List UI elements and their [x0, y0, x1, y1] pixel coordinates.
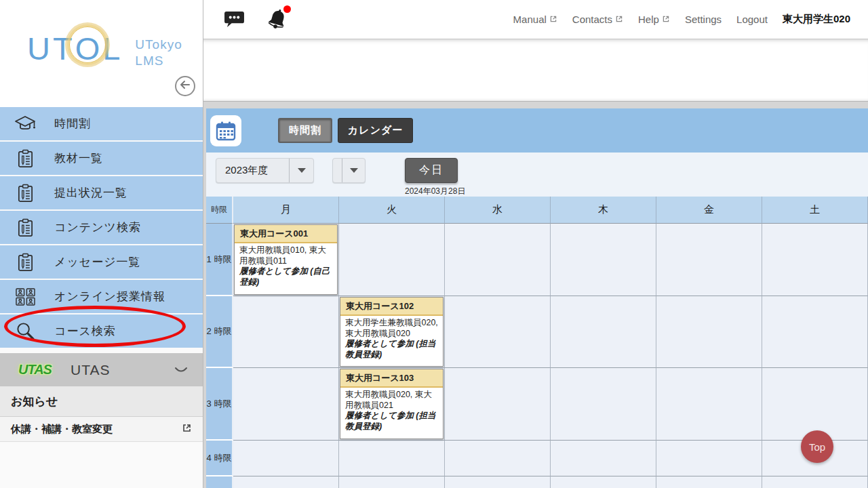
- day-header-tue: 火: [339, 197, 445, 224]
- cell-thu-3: [551, 368, 656, 441]
- day-header-sat: 土: [762, 197, 868, 224]
- cell-sat-2: [762, 296, 868, 368]
- day-header-thu: 木: [551, 197, 656, 224]
- banner-panel: [203, 39, 868, 102]
- sidebar-item-messages[interactable]: メッセージ一覧: [0, 245, 203, 279]
- course-body: 東大用学生兼教職員020, 東大用教職員020 履修者として参加 (担当教員登録…: [340, 316, 443, 363]
- timetable-grid: 時限 月 火 水 木 金 土 1 時限 東大用コース001 東大用教: [206, 197, 868, 488]
- messages-icon[interactable]: [224, 10, 245, 28]
- topbar-links: Manual Contacts Help Settings Logout 東大用…: [513, 13, 868, 26]
- user-name: 東大用学生020: [783, 13, 850, 26]
- course-instructors: 東大用教職員010, 東大用教職員011: [239, 245, 326, 266]
- news-section-header: お知らせ: [0, 386, 203, 417]
- course-card[interactable]: 東大用コース001 東大用教職員010, 東大用教職員011 履修者として参加 …: [234, 224, 338, 295]
- utas-label: UTAS: [71, 362, 110, 378]
- topbar: Manual Contacts Help Settings Logout 東大用…: [203, 0, 868, 39]
- cell-mon-2: [233, 296, 339, 368]
- filter-toolbar: 2023年度 今日 2024年03月28日: [206, 152, 868, 197]
- sidebar-item-content-search[interactable]: コンテンツ検索: [0, 211, 203, 244]
- tab-calendar[interactable]: カレンダー: [338, 118, 413, 143]
- corner-header: 時限: [206, 197, 233, 224]
- external-link-icon: [615, 14, 623, 25]
- utol-logo: UTOL UTokyoLMS: [27, 33, 182, 69]
- current-date: 2024年03月28日: [405, 186, 465, 197]
- sidebar-nav: 時間割 教材一覧 提出状況一覧 コンテンツ検索: [0, 107, 203, 348]
- period-row-3: 3 時限 東大用コース103 東大用教職員020, 東大用教職員021 履修者と…: [206, 368, 868, 441]
- cell-tue-2: 東大用コース102 東大用学生兼教職員020, 東大用教職員020 履修者として…: [339, 296, 445, 368]
- scroll-to-top-button[interactable]: Top: [801, 430, 833, 463]
- calendar-icon[interactable]: [210, 115, 241, 146]
- tab-timetable[interactable]: 時間割: [278, 118, 332, 143]
- cell-wed-2: [445, 296, 551, 368]
- cell-wed-4: [445, 441, 551, 476]
- period-label: 1 時限: [206, 224, 233, 296]
- sidebar-collapse-button[interactable]: [175, 76, 195, 96]
- graduation-cap-icon: [14, 115, 37, 133]
- news-link-class-changes[interactable]: 休講・補講・教室変更: [0, 417, 203, 442]
- sidebar-item-timetable[interactable]: 時間割: [0, 107, 203, 140]
- cell-tue-4: [339, 441, 445, 476]
- timetable-section: 時間割 カレンダー 2023年度 今日 2024年03月28日 時限: [203, 102, 868, 488]
- clipboard-icon: [14, 184, 37, 203]
- link-contacts[interactable]: Contacts: [572, 14, 623, 25]
- utas-logo: UTAS: [18, 362, 52, 378]
- sidebar-item-course-search[interactable]: コース検索: [0, 314, 203, 348]
- course-title[interactable]: 東大用コース001: [235, 225, 337, 243]
- sidebar-item-materials[interactable]: 教材一覧: [0, 142, 203, 175]
- cell-wed-5: [445, 476, 551, 488]
- clipboard-icon: [14, 218, 37, 237]
- link-manual[interactable]: Manual: [513, 14, 557, 25]
- sidebar-item-utas[interactable]: UTAS UTAS: [0, 353, 203, 386]
- course-participation: 履修者として参加 (自己登録): [239, 266, 332, 287]
- chevron-down-icon: [342, 159, 365, 182]
- cell-fri-4: [656, 441, 762, 476]
- cell-mon-4: [233, 441, 339, 476]
- course-body: 東大用教職員010, 東大用教職員011 履修者として参加 (自己登録): [235, 243, 337, 290]
- year-dropdown[interactable]: 2023年度: [216, 158, 314, 183]
- course-body: 東大用教職員020, 東大用教職員021 履修者として参加 (担当教員登録): [340, 388, 443, 434]
- today-button[interactable]: 今日: [405, 158, 458, 183]
- link-help[interactable]: Help: [638, 14, 670, 25]
- topbar-icons: [203, 7, 290, 32]
- chevron-down-icon: [289, 159, 313, 182]
- term-dropdown[interactable]: [332, 158, 366, 183]
- logo-part-ut: UT: [27, 30, 75, 66]
- cell-fri-5: [656, 476, 762, 488]
- cell-tue-3: 東大用コース103 東大用教職員020, 東大用教職員021 履修者として参加 …: [339, 368, 445, 441]
- clipboard-icon: [14, 253, 37, 272]
- chevron-down-icon: [174, 364, 188, 376]
- logo-part-l: L: [102, 30, 123, 66]
- link-logout[interactable]: Logout: [736, 14, 768, 25]
- link-settings[interactable]: Settings: [685, 14, 722, 25]
- course-participation: 履修者として参加 (担当教員登録): [345, 339, 438, 360]
- sidebar: UTOL UTokyoLMS 時間割 教材一覧: [0, 0, 203, 488]
- period-row-1: 1 時限 東大用コース001 東大用教職員010, 東大用教職員011 履修者と…: [206, 224, 868, 296]
- period-row-4: 4 時限: [206, 441, 868, 476]
- course-title[interactable]: 東大用コース103: [340, 369, 443, 388]
- sidebar-item-submissions[interactable]: 提出状況一覧: [0, 176, 203, 209]
- video-grid-icon: [14, 287, 37, 306]
- course-card[interactable]: 東大用コース102 東大用学生兼教職員020, 東大用教職員020 履修者として…: [340, 297, 443, 367]
- view-switch-band: 時間割 カレンダー: [206, 108, 868, 152]
- cell-sat-5: [762, 476, 868, 488]
- sidebar-item-online-class-info[interactable]: オンライン授業情報: [0, 280, 203, 313]
- period-label: 4 時限: [206, 441, 233, 476]
- logo-area: UTOL UTokyoLMS: [0, 0, 203, 107]
- period-row-5: [206, 476, 868, 488]
- arrow-left-icon: [180, 80, 191, 92]
- sidebar-item-label: 提出状況一覧: [54, 185, 127, 201]
- cell-fri-3: [656, 368, 762, 441]
- utol-app-window: UTOL UTokyoLMS 時間割 教材一覧: [0, 0, 868, 488]
- course-card[interactable]: 東大用コース103 東大用教職員020, 東大用教職員021 履修者として参加 …: [340, 369, 443, 439]
- sidebar-item-label: コース検索: [54, 323, 116, 339]
- notifications-bell-icon[interactable]: [265, 7, 290, 32]
- period-label: 3 時限: [206, 368, 233, 441]
- external-link-icon: [182, 423, 192, 435]
- cell-thu-4: [551, 441, 656, 476]
- course-title[interactable]: 東大用コース102: [340, 298, 443, 316]
- search-icon: [14, 321, 37, 341]
- sidebar-item-label: オンライン授業情報: [54, 289, 165, 304]
- cell-sat-1: [762, 224, 868, 296]
- cell-fri-1: [656, 224, 762, 296]
- cell-mon-3: [233, 368, 339, 441]
